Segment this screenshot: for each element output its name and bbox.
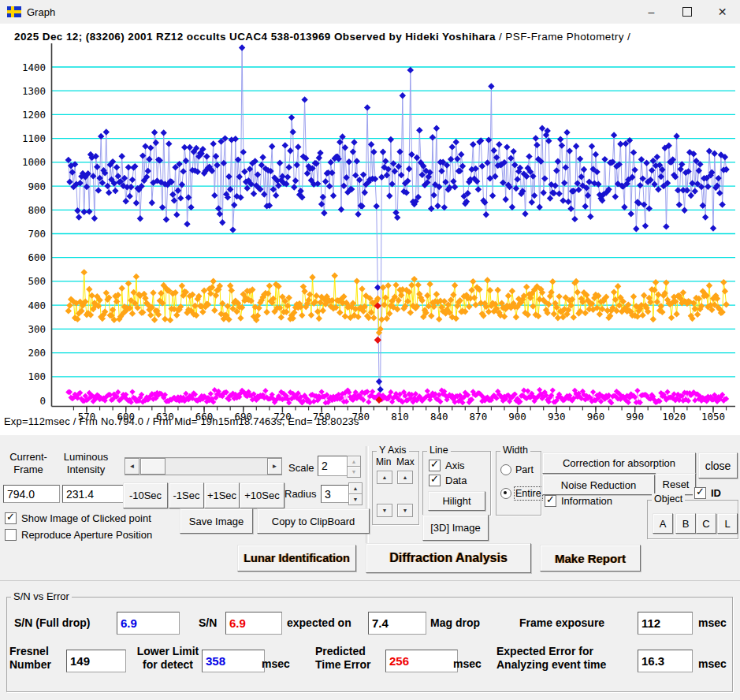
information-checkbox[interactable]: Information [545,495,612,507]
correction-absorption-button[interactable]: Correction for absorption [542,452,696,474]
axis-checkbox[interactable]: Axis [429,460,465,471]
data-checkbox[interactable]: Data [429,475,467,486]
frame-status-line: Exp=112msec / Frm No.794.0 / Frm Mid= 19… [4,415,359,427]
svg-text:300: 300 [28,323,46,335]
svg-text:600: 600 [28,251,46,263]
lunar-identification-button[interactable]: Lunar Identification [237,545,356,572]
svg-text:1200: 1200 [22,109,46,121]
ymin-up-button[interactable]: ▲ [377,471,392,484]
msec-label-1: msec [698,616,727,629]
minus-1sec-button[interactable]: -1Sec [169,482,204,508]
fresnel-number-label: FresnelNumber [9,645,51,672]
save-image-button[interactable]: Save Image [180,508,253,534]
object-b-button[interactable]: B [675,513,696,534]
show-image-checkbox[interactable]: Show Image of Clicked point [5,512,151,524]
frame-scrollbar[interactable]: ◄ ► [125,457,282,475]
svg-text:0: 0 [39,395,46,407]
plus-1sec-button[interactable]: +1Sec [204,482,240,508]
object-l-button[interactable]: L [717,513,738,534]
ymin-down-button[interactable]: ▼ [377,504,392,517]
diffraction-analysis-button[interactable]: Diffraction Analysis [366,543,531,573]
entire-radio-circle [500,488,511,499]
3d-image-button[interactable]: [3D] Image [422,515,489,541]
hilight-button[interactable]: Hilight [428,491,485,511]
minus-10sec-button[interactable]: -10Sec [123,482,168,508]
svg-text:990: 990 [626,411,644,423]
ymax-down-button[interactable]: ▼ [397,504,413,517]
make-report-button[interactable]: Make Report [540,545,641,572]
svg-text:1020: 1020 [662,411,686,423]
expected-error-field[interactable]: 16.3 [638,650,693,672]
entire-radio[interactable]: Entire [500,488,541,499]
sn-label: S/N [199,616,217,629]
control-panel: Current-Frame LuminousIntensity 794.0 23… [0,435,740,580]
lower-limit-field[interactable]: 358 [202,650,265,672]
svg-text:400: 400 [28,300,46,311]
y-axis-group: Y Axis Min Max ▲ ▲ ▼ ▼ [372,451,419,525]
luminous-intensity-field[interactable]: 231.4 [62,485,124,503]
reproduce-aperture-checkbox[interactable]: Reproduce Aperture Position [5,529,152,541]
line-group: Line Axis Data Hilight [422,451,491,516]
object-group: Object A B C L [647,500,738,539]
width-group: Width Part Entire [496,451,541,516]
scale-down-button[interactable]: ▼ [347,466,361,478]
svg-text:700: 700 [28,228,46,240]
svg-text:100: 100 [28,370,46,382]
copy-clipboard-button[interactable]: Copy to ClipBoard [257,508,370,534]
fresnel-number-field[interactable]: 149 [66,650,126,672]
luminous-intensity-label: LuminousIntensity [52,451,120,476]
msec-label-3: msec [453,657,482,670]
min-label: Min [376,456,391,467]
svg-text:960: 960 [587,411,605,423]
radius-up-button[interactable]: ▲ [348,482,363,494]
current-frame-label: Current-Frame [5,451,52,476]
lower-limit-label: Lower Limitfor detect [132,645,203,672]
close-button[interactable]: close [698,452,738,478]
close-window-button[interactable]: ✕ [705,0,740,24]
photometry-plot[interactable]: 0100200300400500600700800900100011001200… [0,24,740,435]
window-title: Graph [27,6,55,18]
app-window: Graph – ✕ 010020030040050060070080090010… [0,0,740,700]
object-c-button[interactable]: C [696,513,716,534]
maximize-button[interactable] [669,0,705,24]
svg-text:1300: 1300 [22,85,46,97]
svg-text:1400: 1400 [22,61,46,73]
svg-text:930: 930 [548,411,566,423]
plus-10sec-button[interactable]: +10Sec [240,482,284,508]
predicted-time-error-label: PredictedTime Error [315,645,371,672]
sn-full-drop-field[interactable]: 6.9 [117,612,180,635]
id-checkbox[interactable]: ID [693,487,723,499]
id-checkbox-box [694,487,706,499]
show-image-checkbox-box [5,512,17,524]
ymax-up-button[interactable]: ▲ [397,471,413,484]
reset-button[interactable]: Reset [656,473,696,495]
noise-reduction-button[interactable]: Noise Reduction [542,475,655,495]
svg-text:500: 500 [28,275,46,287]
scroll-left-button[interactable]: ◄ [125,458,139,475]
object-a-button[interactable]: A [653,513,673,534]
title-bar: Graph – ✕ [0,0,740,24]
radius-down-button[interactable]: ▼ [348,493,363,505]
chart-panel: 0100200300400500600700800900100011001200… [0,24,740,435]
scrollbar-thumb[interactable] [140,458,165,475]
part-radio[interactable]: Part [500,464,534,475]
predicted-time-error-field[interactable]: 256 [385,650,458,672]
sn-full-drop-label: S/N (Full drop) [14,616,90,629]
expected-on-field[interactable]: 7.4 [368,612,426,635]
svg-text:800: 800 [28,204,46,216]
radius-label: Radius [284,488,316,500]
part-radio-circle [500,464,511,475]
reproduce-aperture-checkbox-box [5,529,17,541]
svg-text:900: 900 [508,411,526,423]
svg-text:1100: 1100 [22,132,46,144]
chart-title: 2025 Dec 12; (83206) 2001 RZ12 occults U… [14,31,630,43]
current-frame-field[interactable]: 794.0 [3,485,60,503]
svg-text:840: 840 [430,411,448,423]
svg-text:1050: 1050 [701,411,725,423]
svg-text:870: 870 [470,411,488,423]
sn-field[interactable]: 6.9 [225,612,282,635]
scale-label: Scale [288,462,314,474]
minimize-button[interactable]: – [634,0,669,24]
frame-exposure-field[interactable]: 112 [638,612,693,635]
scroll-right-button[interactable]: ► [267,458,282,475]
